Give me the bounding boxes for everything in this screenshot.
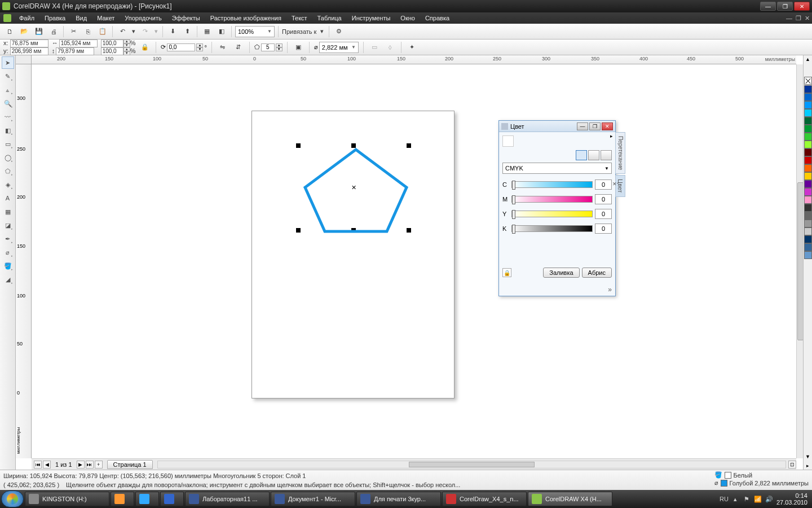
palette-swatch[interactable] — [804, 251, 812, 259]
menu-window[interactable]: Окно — [396, 14, 420, 23]
outline-swatch[interactable] — [721, 480, 727, 487]
lock-icon[interactable]: 🔒 — [502, 268, 511, 277]
palette-swatch[interactable] — [804, 148, 812, 156]
outline-button[interactable]: Абрис — [582, 268, 612, 278]
palette-swatch[interactable] — [804, 188, 812, 196]
side-tab-blend[interactable]: Перетекание — [615, 132, 625, 174]
spin-down-icon[interactable]: ▼ — [123, 43, 130, 47]
fill-swatch[interactable] — [725, 472, 731, 479]
start-button[interactable] — [1, 491, 24, 507]
no-color-swatch[interactable] — [804, 77, 812, 85]
smart-fill-tool[interactable]: ◧▸ — [2, 124, 14, 137]
menu-layout[interactable]: Макет — [92, 14, 119, 23]
c-slider[interactable] — [511, 181, 593, 188]
export-button[interactable]: ⬆ — [181, 25, 193, 38]
mdi-restore-icon[interactable]: ❐ — [796, 15, 801, 22]
horizontal-ruler[interactable]: 200 150 100 50 0 50 100 150 200 250 300 … — [32, 55, 796, 64]
menu-tools[interactable]: Инструменты — [347, 14, 395, 23]
palette-swatch[interactable] — [804, 101, 812, 109]
h-value[interactable]: 79,879 мм — [56, 47, 94, 55]
palette-swatch[interactable] — [804, 235, 812, 243]
maximize-button[interactable]: ❐ — [777, 2, 793, 11]
redo-button[interactable]: ↷ — [139, 25, 151, 38]
import-button[interactable]: ⬇ — [166, 25, 179, 38]
app-menu-icon[interactable] — [3, 14, 11, 22]
taskbar-item[interactable]: KINGSTON (H:) — [25, 492, 109, 506]
menu-view[interactable]: Вид — [71, 14, 91, 23]
ruler-corner[interactable] — [16, 55, 32, 64]
y-value[interactable]: 206,998 мм — [10, 47, 48, 55]
horizontal-scrollbar[interactable] — [157, 461, 786, 468]
app-launcher-button[interactable]: ▦ — [201, 25, 213, 38]
zoom-combo[interactable]: 100%▼ — [235, 26, 275, 37]
outline-indicator-icon[interactable]: ⌀ — [714, 479, 718, 487]
freehand-tool[interactable]: 〰▸ — [2, 111, 14, 123]
undo-button[interactable]: ↶ — [116, 25, 129, 38]
next-page-button[interactable]: ▶ — [77, 461, 85, 468]
rectangle-tool[interactable]: ▭▸ — [2, 138, 14, 150]
palette-swatch[interactable] — [804, 204, 812, 212]
y-slider[interactable] — [511, 211, 593, 217]
palette-swatch[interactable] — [804, 156, 812, 164]
tray-clock[interactable]: 0:14 27.03.2010 — [776, 492, 807, 506]
lang-indicator[interactable]: RU — [720, 495, 728, 503]
palette-swatch[interactable] — [804, 212, 812, 220]
wrap-button[interactable]: ▭ — [368, 41, 381, 54]
menu-bitmaps[interactable]: Растровые изображения — [206, 14, 286, 23]
interactive-fill-tool[interactable]: ◢▸ — [2, 273, 14, 286]
palette-swatch[interactable] — [804, 164, 812, 172]
taskbar-item[interactable] — [160, 492, 184, 506]
menu-arrange[interactable]: Упорядочить — [120, 14, 166, 23]
pick-tool[interactable]: ➤ — [2, 56, 14, 69]
zoom-tool[interactable]: 🔍▸ — [2, 97, 14, 110]
mirror-h-button[interactable]: ⇋ — [217, 41, 229, 54]
taskbar-item[interactable]: CorelDraw_X4_s_n... — [442, 492, 527, 506]
canvas-area[interactable]: 200 150 100 50 0 50 100 150 200 250 300 … — [16, 55, 812, 470]
add-page-button[interactable]: + — [95, 461, 103, 468]
sel-handle-nw[interactable] — [296, 143, 301, 148]
scale-y[interactable]: 100,0 — [101, 47, 123, 55]
redo-dropdown[interactable]: ▾ — [153, 25, 159, 38]
menu-text[interactable]: Текст — [287, 14, 312, 23]
docker-close-button[interactable]: ✕ — [602, 122, 613, 130]
close-button[interactable]: ✕ — [794, 2, 810, 11]
palette-swatch[interactable] — [804, 180, 812, 188]
snap-dropdown[interactable]: ▾ — [319, 25, 325, 38]
menu-table[interactable]: Таблица — [313, 14, 346, 23]
pentagon-shape[interactable] — [302, 147, 409, 238]
docker-max-button[interactable]: ❐ — [589, 122, 601, 130]
first-page-button[interactable]: ⏮ — [34, 461, 42, 468]
shape-tool[interactable]: ✎▸ — [2, 70, 14, 82]
mdi-close-icon[interactable]: ✕ — [805, 15, 810, 22]
taskbar-item[interactable]: Документ1 - Micr... — [271, 492, 355, 506]
undo-dropdown[interactable]: ▾ — [131, 25, 136, 38]
docker-options-icon[interactable]: ▸ — [610, 133, 613, 139]
palette-swatch[interactable] — [804, 172, 812, 180]
fill-indicator-icon[interactable]: 🪣 — [714, 471, 722, 479]
basic-shapes-tool[interactable]: ◈▸ — [2, 178, 14, 191]
navigator-button[interactable]: ⊡ — [788, 461, 796, 468]
hscroll-thumb[interactable] — [409, 462, 535, 467]
outline-tool[interactable]: ⌀▸ — [2, 246, 14, 259]
taskbar-item[interactable]: Лабораторная11 ... — [185, 492, 270, 506]
interactive-tool[interactable]: ◪▸ — [2, 219, 14, 231]
spin-up-icon[interactable]: ▲ — [123, 40, 130, 43]
canvas[interactable]: ✕ — [32, 64, 796, 458]
crop-tool[interactable]: ⟁▸ — [2, 84, 14, 96]
palette-swatch[interactable] — [804, 141, 812, 148]
table-tool[interactable]: ▦ — [2, 205, 14, 218]
new-button[interactable]: 🗋 — [3, 25, 16, 38]
w-value[interactable]: 105,924 мм — [59, 40, 98, 47]
options-button[interactable]: ⚙ — [333, 25, 345, 38]
color-docker[interactable]: Цвет — ❐ ✕ ▸ CMYK▼ C 0 M 0 Y 0 — [498, 120, 616, 296]
color-model-combo[interactable]: CMYK▼ — [502, 163, 612, 174]
tray-up-icon[interactable]: ▴ — [731, 495, 739, 503]
to-front-button[interactable]: ▣ — [292, 41, 304, 54]
taskbar-item[interactable] — [111, 492, 134, 506]
minimize-button[interactable]: — — [760, 2, 776, 11]
slider-mode-button[interactable] — [576, 150, 587, 160]
palette-up-icon[interactable]: ▲ — [805, 56, 810, 62]
last-page-button[interactable]: ⏭ — [86, 461, 94, 468]
palette-swatch[interactable] — [804, 133, 812, 141]
palette-swatch[interactable] — [804, 117, 812, 125]
